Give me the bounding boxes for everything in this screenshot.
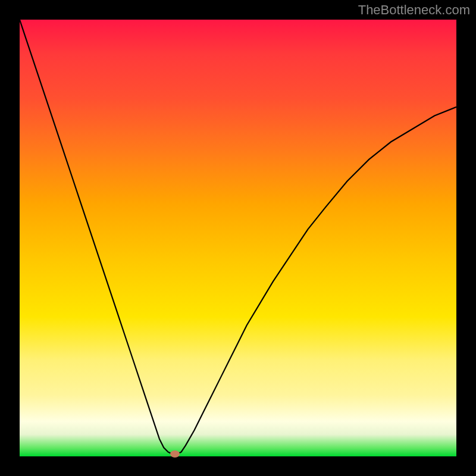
watermark-text: TheBottleneck.com (358, 2, 470, 18)
bottleneck-curve (20, 20, 456, 456)
optimal-point-marker (170, 450, 180, 458)
chart-container: TheBottleneck.com (0, 0, 476, 476)
